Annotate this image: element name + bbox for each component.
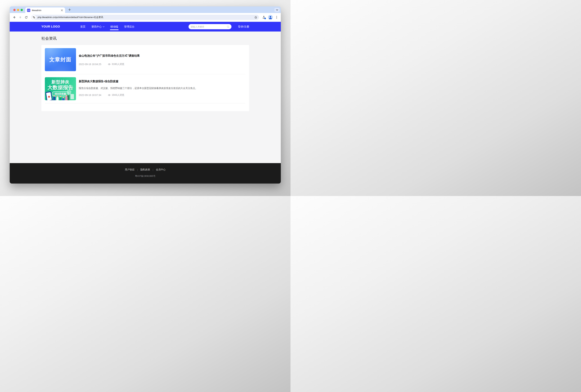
page-viewport: YOUR LOGO 首页 资讯中心 移动端 管理后 <box>10 22 281 184</box>
close-window-button[interactable] <box>13 9 15 11</box>
article-title[interactable]: 金山电池公布“沪广深市民绿色生活方式”调查结果 <box>79 54 246 58</box>
cover-decoration <box>70 94 74 99</box>
cover-phone-illustration <box>45 91 53 100</box>
tab-favicon: LA <box>27 9 30 12</box>
page-main: 社会资讯 文章封面 金山电池公布“沪广深市民绿色生活方式”调查结果 2022-0… <box>10 32 281 163</box>
footer-link-user-agreement[interactable]: 用户协议 <box>125 168 135 171</box>
nav-item-admin[interactable]: 管理后台 <box>121 22 137 32</box>
article-description: 报告分综合防疫篇、武汉篇、拒绝野味篇三个部分，还原本次新型冠状病毒肺炎疫情发生前… <box>79 87 246 90</box>
tab-strip: LA likeadmin <box>10 6 281 13</box>
nav-item-mobile[interactable]: 移动端 <box>107 22 121 32</box>
page-title: 社会资讯 <box>41 36 249 41</box>
article-views: 1843人浏览 <box>112 94 124 96</box>
site-navbar: YOUR LOGO 首页 资讯中心 移动端 管理后 <box>10 22 281 32</box>
tab-title: likeadmin <box>32 9 41 12</box>
article-list-card: 文章封面 金山电池公布“沪广深市民绿色生活方式”调查结果 2022-09-16 … <box>41 45 249 111</box>
url-text[interactable]: php.likeadmin.cn/pc/information/default?… <box>37 16 103 19</box>
new-tab-button[interactable] <box>67 8 72 12</box>
experiments-flask-icon[interactable] <box>261 14 267 20</box>
forward-button[interactable] <box>17 14 23 20</box>
cover-people-illustration <box>56 97 58 100</box>
cover-people-illustration <box>53 96 55 100</box>
article-date: 2022-09-16 18:04:25 <box>79 63 101 66</box>
cover-people-illustration <box>62 98 64 100</box>
article-cover-image[interactable]: 新型肺炎 大数据报告 综合防疫篇 <box>45 77 76 100</box>
article-cover-image[interactable]: 文章封面 <box>45 48 76 71</box>
cover-people-illustration <box>65 96 67 100</box>
zoom-window-button[interactable] <box>20 9 23 11</box>
footer-links: 用户协议 | 隐私政策 | 会员中心 <box>125 168 166 171</box>
site-settings-icon[interactable] <box>32 15 36 20</box>
back-button[interactable] <box>11 14 17 20</box>
footer-separator: | <box>137 168 138 171</box>
tab-close-icon[interactable] <box>60 9 63 12</box>
article-title[interactable]: 新型肺炎大数据报告-综合防疫篇 <box>79 80 246 83</box>
footer-link-privacy-policy[interactable]: 隐私政策 <box>140 168 150 171</box>
nav-item-news-center[interactable]: 资讯中心 <box>88 22 107 32</box>
search-input[interactable] <box>191 26 227 28</box>
cover-text-line2: 大数据报告 <box>45 84 76 91</box>
article-views: 3180人浏览 <box>112 63 124 66</box>
address-bar[interactable]: php.likeadmin.cn/pc/information/default?… <box>31 15 259 20</box>
views-eye-icon <box>108 63 111 66</box>
article-meta: 2022-09-16 18:04:25 3180人浏览 <box>79 63 246 66</box>
bookmark-star-icon[interactable] <box>254 16 257 19</box>
footer-separator: | <box>153 168 153 171</box>
profile-avatar[interactable] <box>268 15 273 20</box>
chevron-down-icon <box>103 26 104 27</box>
login-register-link[interactable]: 登录/注册 <box>238 25 249 28</box>
keyword-search-box[interactable] <box>188 24 231 29</box>
article-meta: 2022-09-16 18:07:34 1843人浏览 <box>79 94 246 96</box>
views-eye-icon <box>108 94 111 96</box>
search-icon[interactable] <box>227 26 229 28</box>
site-logo[interactable]: YOUR LOGO <box>41 25 60 28</box>
browser-tab[interactable]: LA likeadmin <box>25 8 65 13</box>
traffic-lights <box>13 9 23 11</box>
minimize-window-button[interactable] <box>17 9 19 11</box>
cover-people-illustration <box>59 97 62 100</box>
reload-button[interactable] <box>23 14 29 20</box>
article-row[interactable]: 文章封面 金山电池公布“沪广深市民绿色生活方式”调查结果 2022-09-16 … <box>45 48 246 71</box>
site-footer: 用户协议 | 隐私政策 | 会员中心 粤ICP备19081985号 <box>10 163 281 184</box>
tab-search-button[interactable] <box>274 8 280 12</box>
row-divider <box>45 74 245 74</box>
article-row[interactable]: 新型肺炎 大数据报告 综合防疫篇 <box>45 77 246 100</box>
cover-text: 文章封面 <box>49 56 71 63</box>
browser-window: LA likeadmin <box>10 6 281 184</box>
nav-item-home[interactable]: 首页 <box>77 22 88 32</box>
article-date: 2022-09-16 18:07:34 <box>79 94 101 96</box>
footer-link-member-center[interactable]: 会员中心 <box>156 168 165 171</box>
browser-menu-icon[interactable] <box>274 15 279 20</box>
icp-record-number: 粤ICP备19081985号 <box>135 174 156 178</box>
nav-links: 首页 资讯中心 移动端 管理后台 <box>77 22 137 32</box>
browser-toolbar: php.likeadmin.cn/pc/information/default?… <box>10 13 281 22</box>
